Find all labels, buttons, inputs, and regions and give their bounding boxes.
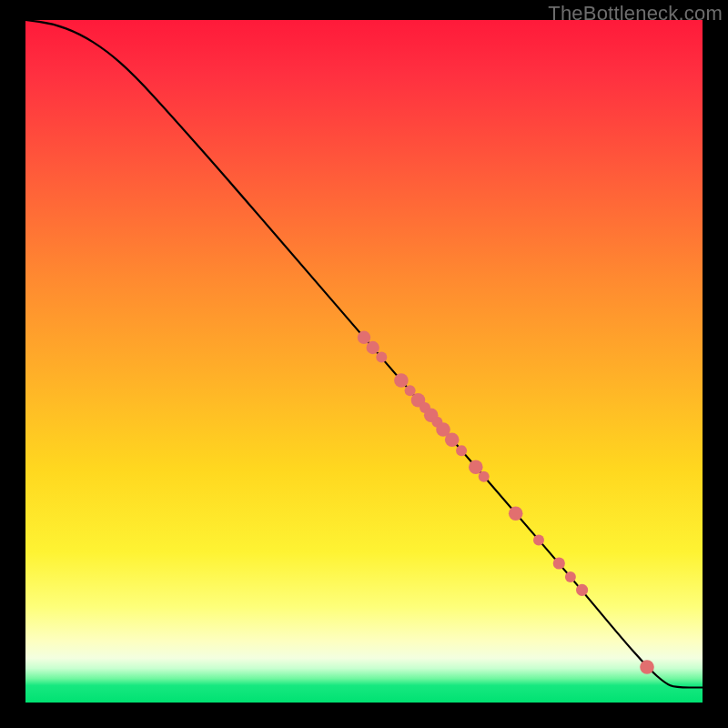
curve-layer xyxy=(25,20,703,703)
scatter-dot xyxy=(367,341,379,354)
scatter-dot xyxy=(553,557,565,569)
scatter-dot xyxy=(376,352,387,363)
bottleneck-curve xyxy=(25,20,703,688)
scatter-dot xyxy=(565,571,576,582)
plot-area xyxy=(25,20,703,703)
scatter-dot xyxy=(405,385,416,396)
scatter-dot xyxy=(394,373,409,388)
scatter-dot xyxy=(456,445,467,456)
scatter-dot xyxy=(358,331,370,344)
chart-frame: TheBottleneck.com xyxy=(0,0,728,728)
scatter-dot xyxy=(576,584,588,596)
scatter-dot xyxy=(445,433,460,448)
scatter-dot xyxy=(533,535,544,546)
scatter-dot xyxy=(509,507,523,521)
scatter-dot xyxy=(640,660,654,674)
scatter-dot xyxy=(479,471,490,482)
scatter-dot xyxy=(469,460,483,475)
